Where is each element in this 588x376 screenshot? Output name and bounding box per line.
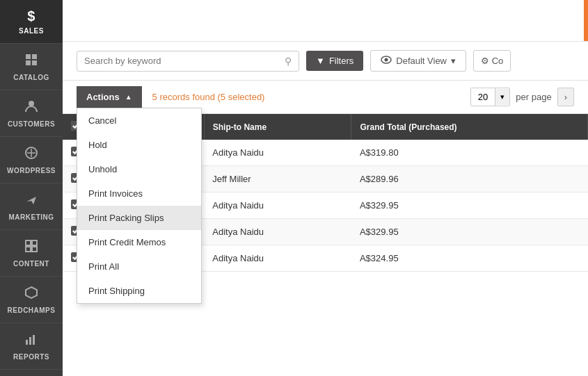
svg-rect-9 bbox=[32, 247, 37, 252]
svg-rect-11 bbox=[26, 340, 28, 345]
view-label: Default View bbox=[396, 56, 447, 66]
dropdown-item-unhold[interactable]: Unhold bbox=[77, 157, 201, 181]
view-button[interactable]: Default View ▾ bbox=[370, 50, 466, 72]
sidebar-item-label: WORDPRESS bbox=[7, 167, 56, 174]
sidebar-item-label: MARKETING bbox=[8, 213, 54, 221]
sidebar-item-redchamps[interactable]: REDCHAMPS bbox=[0, 277, 63, 323]
sidebar-item-label: SALES bbox=[19, 27, 44, 35]
row-total: A$319.80 bbox=[351, 140, 588, 166]
row-ship-to: Jeff Miller bbox=[204, 166, 351, 193]
sidebar-item-label: CONTENT bbox=[13, 260, 49, 268]
actions-button[interactable]: Actions ▲ bbox=[77, 86, 142, 108]
row-total: A$289.96 bbox=[351, 166, 588, 193]
actions-dropdown[interactable]: Actions ▲ Cancel Hold Unhold Print Invoi… bbox=[77, 86, 142, 108]
toolbar: ⚲ ▼ Filters Default View ▾ ⚙ Co bbox=[63, 42, 588, 81]
search-box[interactable]: ⚲ bbox=[77, 51, 299, 72]
svg-marker-10 bbox=[26, 287, 37, 298]
per-page-arrow-icon[interactable]: ▾ bbox=[495, 89, 509, 105]
svg-rect-7 bbox=[32, 240, 37, 245]
chevron-down-icon: ▾ bbox=[451, 56, 456, 66]
sidebar-item-label: REPORTS bbox=[13, 353, 49, 361]
wordpress-icon bbox=[24, 145, 39, 164]
dropdown-item-print-credit-memos[interactable]: Print Credit Memos bbox=[77, 230, 201, 254]
per-page-value: 20 bbox=[471, 88, 495, 106]
per-page-select[interactable]: 20 ▾ bbox=[470, 88, 510, 106]
svg-rect-1 bbox=[32, 54, 37, 59]
catalog-icon bbox=[24, 52, 39, 71]
gear-button[interactable]: ⚙ Co bbox=[473, 50, 511, 72]
svg-rect-6 bbox=[26, 240, 31, 245]
sidebar-item-customers[interactable]: CUSTOMERS bbox=[0, 90, 63, 137]
records-info: 5 records found (5 selected) bbox=[152, 92, 265, 102]
top-bar bbox=[63, 0, 588, 42]
svg-rect-0 bbox=[26, 54, 31, 59]
dropdown-item-hold[interactable]: Hold bbox=[77, 133, 201, 157]
col-ship-to[interactable]: Ship-to Name bbox=[204, 114, 351, 140]
sidebar-item-content[interactable]: CONTENT bbox=[0, 230, 63, 277]
dropdown-item-print-invoices[interactable]: Print Invoices bbox=[77, 181, 201, 206]
actions-bar: Actions ▲ Cancel Hold Unhold Print Invoi… bbox=[63, 81, 588, 114]
sidebar: $ SALES CATALOG CUSTOMERS WORDPRESS MARK… bbox=[0, 0, 63, 376]
marketing-icon bbox=[24, 192, 39, 211]
sidebar-item-stores[interactable] bbox=[0, 370, 63, 376]
sidebar-item-label: CUSTOMERS bbox=[8, 120, 55, 128]
gear-label: Co bbox=[492, 56, 504, 66]
sidebar-item-wordpress[interactable]: WORDPRESS bbox=[0, 137, 63, 183]
actions-label: Actions bbox=[86, 92, 120, 102]
actions-arrow-icon: ▲ bbox=[125, 93, 132, 101]
gear-icon: ⚙ bbox=[481, 56, 489, 66]
page-nav-button[interactable]: › bbox=[557, 88, 574, 106]
eye-icon bbox=[381, 56, 392, 66]
col-grand-total[interactable]: Grand Total (Purchased) bbox=[351, 114, 588, 140]
sidebar-item-sales[interactable]: $ SALES bbox=[0, 0, 63, 44]
filter-label: Filters bbox=[329, 56, 353, 66]
svg-point-16 bbox=[385, 58, 388, 62]
sidebar-item-marketing[interactable]: MARKETING bbox=[0, 183, 63, 230]
row-total: A$329.95 bbox=[351, 219, 588, 245]
customers-icon bbox=[24, 99, 39, 117]
per-page-control: 20 ▾ per page › bbox=[470, 88, 574, 106]
svg-point-4 bbox=[29, 101, 34, 106]
dropdown-item-print-shipping[interactable]: Print Shipping bbox=[77, 279, 201, 303]
row-ship-to: Aditya Naidu bbox=[204, 219, 351, 245]
orange-accent bbox=[584, 0, 588, 41]
sidebar-item-label: REDCHAMPS bbox=[8, 306, 56, 314]
dropdown-item-cancel[interactable]: Cancel bbox=[77, 108, 201, 133]
search-input[interactable] bbox=[84, 56, 285, 66]
svg-rect-8 bbox=[26, 247, 31, 252]
actions-dropdown-menu: Cancel Hold Unhold Print Invoices Print … bbox=[77, 108, 202, 304]
main-content: ⚲ ▼ Filters Default View ▾ ⚙ Co Actions … bbox=[63, 0, 588, 376]
svg-rect-12 bbox=[29, 337, 31, 345]
row-total: A$324.95 bbox=[351, 245, 588, 272]
dollar-icon: $ bbox=[27, 8, 35, 24]
records-text: 5 records found (5 selected) bbox=[152, 92, 265, 102]
redchamps-icon bbox=[24, 285, 39, 304]
row-ship-to: Aditya Naidu bbox=[204, 140, 351, 166]
sidebar-item-catalog[interactable]: CATALOG bbox=[0, 44, 63, 90]
row-ship-to: Aditya Naidu bbox=[204, 245, 351, 272]
filter-button[interactable]: ▼ Filters bbox=[306, 51, 363, 71]
per-page-label: per page bbox=[516, 92, 551, 102]
reports-icon bbox=[24, 332, 39, 350]
dropdown-item-print-all[interactable]: Print All bbox=[77, 254, 201, 279]
svg-rect-13 bbox=[33, 335, 35, 345]
filter-icon: ▼ bbox=[316, 56, 325, 66]
dropdown-item-print-packing-slips[interactable]: Print Packing Slips bbox=[77, 206, 201, 230]
sidebar-item-reports[interactable]: REPORTS bbox=[0, 323, 63, 370]
row-total: A$329.95 bbox=[351, 193, 588, 219]
row-ship-to: Aditya Naidu bbox=[204, 193, 351, 219]
search-icon: ⚲ bbox=[285, 56, 292, 67]
sidebar-item-label: CATALOG bbox=[13, 74, 49, 81]
content-icon bbox=[24, 238, 39, 257]
svg-rect-2 bbox=[26, 60, 31, 65]
svg-rect-3 bbox=[32, 60, 37, 65]
